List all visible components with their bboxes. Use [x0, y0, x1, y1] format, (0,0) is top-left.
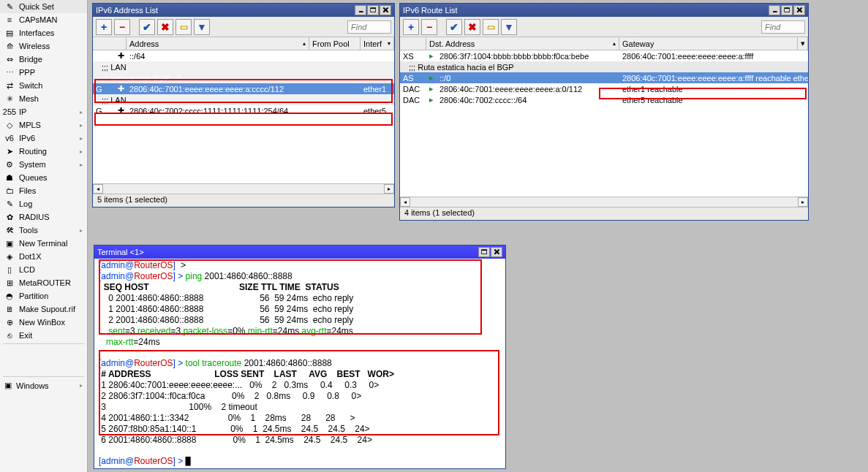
sidebar-item-tools[interactable]: 🛠Tools▸	[0, 224, 87, 237]
enable-button[interactable]: ✔	[446, 19, 462, 35]
table-row[interactable]: XS▸2806:3f7:1004:bbbb:bbbb:bbbb:f0ca:beb…	[400, 50, 808, 61]
sidebar-item-metarouter[interactable]: ⊞MetaROUTER	[0, 276, 87, 289]
disable-button[interactable]: ✖	[464, 19, 480, 35]
comment-button[interactable]: ▭	[483, 19, 499, 35]
sidebar-item-partition[interactable]: ◓Partition	[0, 289, 87, 302]
cell-dst-address: 2806:40c:7001:eeee:eeee:eeee:a:0/112	[437, 85, 619, 94]
sidebar-item-make-supout.rif[interactable]: 🗎Make Supout.rif	[0, 302, 87, 316]
row-comment: ;;; LAN	[99, 63, 129, 72]
mpls-icon: ◇	[4, 120, 15, 130]
sidebar-item-switch[interactable]: ⇄Switch	[0, 79, 87, 92]
row-flags: G	[93, 107, 115, 115]
toolbar: + − ✔ ✖ ▭ ▼	[93, 17, 394, 37]
add-button[interactable]: +	[96, 19, 112, 35]
sidebar-item-system[interactable]: ⚙System▸	[0, 158, 87, 171]
sidebar-item-routing[interactable]: ➤Routing▸	[0, 145, 87, 158]
row-comment: ;;; Ruta estatica hacia el BGP	[406, 63, 517, 72]
window-min-button[interactable]: 🗕	[769, 5, 780, 15]
sidebar-item-bridge[interactable]: ⇔Bridge	[0, 53, 87, 66]
sidebar-item-label: Interfaces	[19, 28, 54, 37]
sidebar-item-radius[interactable]: ✿RADIUS	[0, 210, 87, 224]
sidebar-item-ip[interactable]: 255IP▸	[0, 105, 87, 118]
table-header: Dst. Address▴ Gateway ▾	[400, 37, 808, 50]
col-address[interactable]: Address▴	[127, 37, 309, 50]
h-scrollbar[interactable]: ◂ ▸	[93, 183, 394, 194]
col-dst-address[interactable]: Dst. Address▴	[426, 37, 619, 50]
address-icon: ✚	[115, 106, 127, 115]
filter-button[interactable]: ▼	[501, 19, 517, 35]
exit-icon: ⎋	[4, 330, 15, 340]
sidebar-item-label: IPv6	[19, 134, 35, 142]
row-comment: ;;; LAN	[99, 96, 129, 104]
find-input[interactable]	[761, 20, 805, 34]
window-close-button[interactable]: 🗙	[380, 5, 391, 15]
window-titlebar[interactable]: IPv6 Address List 🗕 🗖 🗙	[93, 4, 394, 17]
window-close-button[interactable]: 🗙	[491, 247, 502, 257]
window-close-button[interactable]: 🗙	[793, 5, 805, 15]
scroll-left-icon[interactable]: ◂	[400, 197, 410, 207]
find-input[interactable]	[347, 20, 391, 34]
remove-button[interactable]: −	[421, 19, 437, 35]
terminal-window: Terminal <1> 🗖 🗙 [admin@RouterOS] > [adm…	[94, 245, 506, 469]
terminal-output[interactable]: [admin@RouterOS] > [admin@RouterOS] > pi…	[94, 259, 505, 468]
sidebar-item-label: Mesh	[19, 94, 39, 103]
table-row[interactable]: ;;; Enlace con BGP - 2	[93, 72, 394, 83]
sidebar-item-capsman[interactable]: ≡CAPsMAN	[0, 13, 87, 26]
window-max-button[interactable]: 🗖	[781, 5, 793, 15]
cell-address: 2806:40c:7001:eeee:eeee:eeee:a:cccc/112	[127, 85, 309, 94]
sidebar-item-files[interactable]: 🗀Files	[0, 184, 87, 197]
table-row[interactable]: ✚::/64	[93, 50, 394, 61]
window-max-button[interactable]: 🗖	[478, 247, 490, 257]
table-row[interactable]: DAC▸2806:40c:7002:cccc::/64ether5 reacha…	[400, 94, 808, 105]
ipv6-icon: v6	[4, 133, 15, 143]
row-flags: DAC	[400, 96, 426, 104]
filter-button[interactable]: ▼	[194, 19, 210, 35]
sidebar-item-new-winbox[interactable]: ⊕New WinBox	[0, 316, 87, 329]
sidebar-windows-toggle[interactable]: ▣ Windows ▸	[0, 378, 87, 392]
sidebar-item-log[interactable]: ✎Log	[0, 197, 87, 210]
col-gateway[interactable]: Gateway	[619, 37, 798, 50]
table-row[interactable]: ;;; LAN	[93, 94, 394, 105]
route-icon: ▸	[426, 73, 437, 83]
remove-button[interactable]: −	[114, 19, 130, 35]
window-max-button[interactable]: 🗖	[367, 5, 379, 15]
table-row[interactable]: ;;; Ruta estatica hacia el BGP	[400, 61, 808, 72]
sidebar-item-queues[interactable]: ☗Queues	[0, 171, 87, 184]
cell-dst-address: ::/0	[437, 74, 619, 83]
cell-dst-address: 2806:40c:7002:cccc::/64	[437, 96, 619, 104]
disable-button[interactable]: ✖	[157, 19, 173, 35]
scroll-right-icon[interactable]: ▸	[798, 197, 808, 207]
table-row[interactable]: DAC▸2806:40c:7001:eeee:eeee:eeee:a:0/112…	[400, 83, 808, 94]
window-titlebar[interactable]: IPv6 Route List 🗕 🗖 🗙	[400, 4, 808, 17]
wireless-icon: ⟰	[4, 41, 15, 51]
table-row[interactable]: AS▸::/02806:40c:7001:eeee:eeee:eeee:a:ff…	[400, 72, 808, 83]
col-from-pool[interactable]: From Pool	[309, 37, 361, 50]
sidebar-item-quick-set[interactable]: ✎Quick Set	[0, 0, 87, 13]
h-scrollbar[interactable]: ◂ ▸	[400, 197, 808, 207]
sidebar-item-label: RADIUS	[19, 213, 50, 221]
sidebar-item-mpls[interactable]: ◇MPLS▸	[0, 118, 87, 132]
enable-button[interactable]: ✔	[139, 19, 155, 35]
sidebar-item-exit[interactable]: ⎋Exit	[0, 329, 87, 342]
window-title: IPv6 Address List	[96, 6, 355, 15]
add-button[interactable]: +	[403, 19, 419, 35]
sidebar-item-ppp[interactable]: ⋯PPP	[0, 66, 87, 79]
scroll-right-icon[interactable]: ▸	[384, 184, 394, 194]
sidebar-item-new-terminal[interactable]: ▣New Terminal	[0, 237, 87, 250]
table-row[interactable]: G✚2806:40c:7001:eeee:eeee:eeee:a:cccc/11…	[93, 83, 394, 94]
comment-button[interactable]: ▭	[176, 19, 192, 35]
sidebar-item-lcd[interactable]: ▯LCD	[0, 263, 87, 276]
scroll-left-icon[interactable]: ◂	[93, 184, 103, 194]
sidebar-item-dot1x[interactable]: ◈Dot1X	[0, 250, 87, 263]
window-min-button[interactable]: 🗕	[355, 5, 366, 15]
new-terminal-icon: ▣	[4, 238, 15, 248]
sidebar-item-mesh[interactable]: ✳Mesh	[0, 92, 87, 105]
col-interf[interactable]: Interf▾	[361, 37, 394, 50]
table-row[interactable]: G✚2806:40c:7002:cccc:1111:1111:1111:254/…	[93, 105, 394, 116]
ipv6-address-list-window: IPv6 Address List 🗕 🗖 🗙 + − ✔ ✖ ▭ ▼ Addr…	[92, 3, 395, 208]
sidebar-item-wireless[interactable]: ⟰Wireless	[0, 39, 87, 53]
sidebar-item-interfaces[interactable]: ▤Interfaces	[0, 26, 87, 39]
window-titlebar[interactable]: Terminal <1> 🗖 🗙	[94, 245, 505, 259]
sidebar-item-ipv6[interactable]: v6IPv6▸	[0, 132, 87, 145]
table-row[interactable]: ;;; LAN	[93, 61, 394, 72]
